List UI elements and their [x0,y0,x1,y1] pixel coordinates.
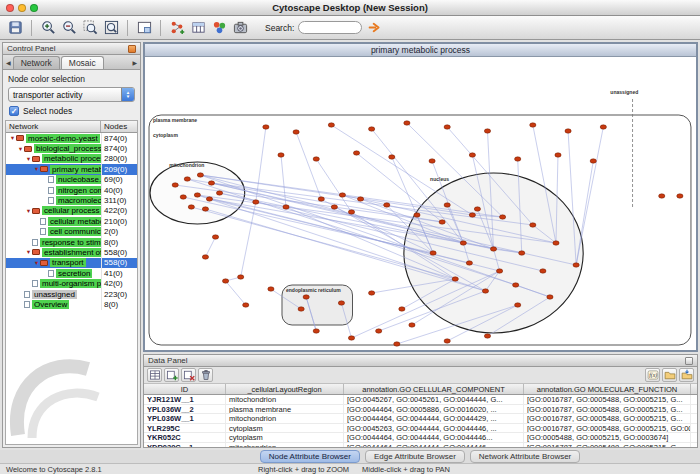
network-node[interactable] [444,339,450,343]
float-panel-icon[interactable] [685,357,693,365]
network-node[interactable] [194,193,200,197]
network-node[interactable] [357,197,363,201]
network-node[interactable] [530,223,536,227]
close-window-button[interactable] [6,4,14,12]
network-node[interactable] [339,193,345,197]
network-node[interactable] [331,205,337,209]
network-node[interactable] [384,203,390,207]
tree-row-biological-process[interactable]: ▼biological_process874(0) [6,143,137,153]
zoom-window-button[interactable] [30,4,38,12]
network-node[interactable] [600,125,606,129]
network-node[interactable] [540,269,546,273]
tree-row-primary-metab[interactable]: ▼primary metab...209(0) [6,164,137,174]
network-node[interactable] [202,255,208,259]
network-node[interactable] [484,129,490,133]
tree-column-nodes[interactable]: Nodes [101,121,137,132]
network-node[interactable] [414,213,420,217]
network-graph[interactable]: plasma membranecytoplasmmitochondrionnuc… [145,57,696,350]
network-node[interactable] [348,210,354,214]
node-color-select[interactable]: transporter activity ▲▼ [8,87,135,102]
network-node[interactable] [313,157,319,161]
network-node[interactable] [547,295,553,299]
tree-row-multi-organism-pro[interactable]: multi-organism pro...42(0) [6,278,137,288]
network-node[interactable] [369,127,375,131]
expand-arrow-icon[interactable]: ▼ [25,249,32,255]
network-node[interactable] [466,261,472,265]
network-node[interactable] [399,307,405,311]
network-node[interactable] [444,125,450,129]
tree-column-network[interactable]: Network [6,121,101,132]
formula-builder-icon[interactable]: f(x) [645,368,660,382]
network-node[interactable] [555,153,561,157]
network-node[interactable] [565,129,571,133]
expand-arrow-icon[interactable]: ▼ [9,135,16,141]
network-node[interactable] [338,301,344,305]
network-node[interactable] [188,205,194,209]
camera-icon[interactable] [231,19,249,37]
tree-row-transport[interactable]: ▼transport558(0) [6,258,137,268]
vizmapper-icon[interactable] [210,19,228,37]
network-canvas[interactable]: plasma membranecytoplasmmitochondrionnuc… [145,57,696,350]
open-attributes-icon[interactable] [662,368,677,382]
column-header-cellularlayoutregion[interactable]: _cellularLayoutRegion [226,384,344,394]
network-node[interactable] [376,329,382,333]
table-row-ydr039c-1[interactable]: YDR039C__1mitochondrion[GO:0044464, GO:0… [144,443,697,448]
network-node[interactable] [263,125,269,129]
network-node[interactable] [490,247,496,251]
network-node[interactable] [318,197,324,201]
tree-row-cellular-metabo[interactable]: cellular metabo...210(0) [6,216,137,226]
network-node[interactable] [197,173,203,177]
zoom-out-icon[interactable] [60,19,78,37]
network-node[interactable] [429,159,435,163]
network-node[interactable] [677,194,683,198]
zoom-in-icon[interactable] [39,19,57,37]
expand-arrow-icon[interactable]: ▼ [33,260,40,266]
network-node[interactable] [172,183,178,187]
network-node[interactable] [238,275,244,279]
tab-mosaic[interactable]: Mosaic [61,56,104,69]
tree-row-cell-communica[interactable]: cell communica...2(0) [6,227,137,237]
network-node[interactable] [293,130,299,134]
expand-arrow-icon[interactable]: ▼ [25,208,32,214]
network-node[interactable] [659,194,665,198]
save-icon[interactable] [6,19,24,37]
new-network-icon[interactable] [168,19,186,37]
trash-icon[interactable] [198,368,213,382]
network-view-title[interactable]: primary metabolic process [145,44,696,57]
tree-row-overview[interactable]: Overview8(0) [6,299,137,309]
tab-network-attribute-browser[interactable]: Network Attribute Browser [470,450,580,463]
search-input[interactable] [298,21,362,34]
tree-row-response-to-stimul[interactable]: response to stimul...8(0) [6,237,137,247]
network-node[interactable] [313,329,319,333]
network-node[interactable] [268,287,274,291]
network-node[interactable] [253,200,259,204]
tree-row-unassigned[interactable]: unassigned223(0) [6,289,137,299]
tab-scroll-left-icon[interactable]: ◀ [5,59,12,69]
network-node[interactable] [499,215,505,219]
network-node[interactable] [469,213,475,217]
network-node[interactable] [369,291,375,295]
tree-row-mosaic-demo-yeast[interactable]: ▼mosaic-demo-yeast874(0) [6,133,137,143]
network-node[interactable] [519,251,525,255]
import-attributes-icon[interactable] [679,368,694,382]
tree-row-macromolecule[interactable]: macromolecule...311(0) [6,195,137,205]
network-node[interactable] [430,251,436,255]
tab-node-attribute-browser[interactable]: Node Attribute Browser [260,450,360,463]
expand-arrow-icon[interactable]: ▼ [17,146,24,152]
tree-row-metabolic-process[interactable]: ▼metabolic process280(0) [6,154,137,164]
network-node[interactable] [353,151,359,155]
network-node[interactable] [590,159,596,163]
network-node[interactable] [243,303,249,307]
tree-row-nucleobase[interactable]: nucleobase...69(0) [6,175,137,185]
select-attributes-icon[interactable] [147,368,162,382]
network-node[interactable] [394,342,400,346]
network-node[interactable] [222,279,228,283]
network-node[interactable] [180,195,186,199]
table-row-ypl036w-2[interactable]: YPL036W__2plasma membrane[GO:0044464, GO… [144,405,697,415]
network-node[interactable] [404,121,410,125]
network-node[interactable] [348,336,354,340]
network-node[interactable] [216,191,222,195]
column-header-id[interactable]: ID [144,384,226,394]
select-nodes-checkbox[interactable]: ✓ [9,106,19,116]
table-row-ypl036w-1[interactable]: YPL036W__1mitochondrion[GO:0044464, GO:0… [144,414,697,424]
